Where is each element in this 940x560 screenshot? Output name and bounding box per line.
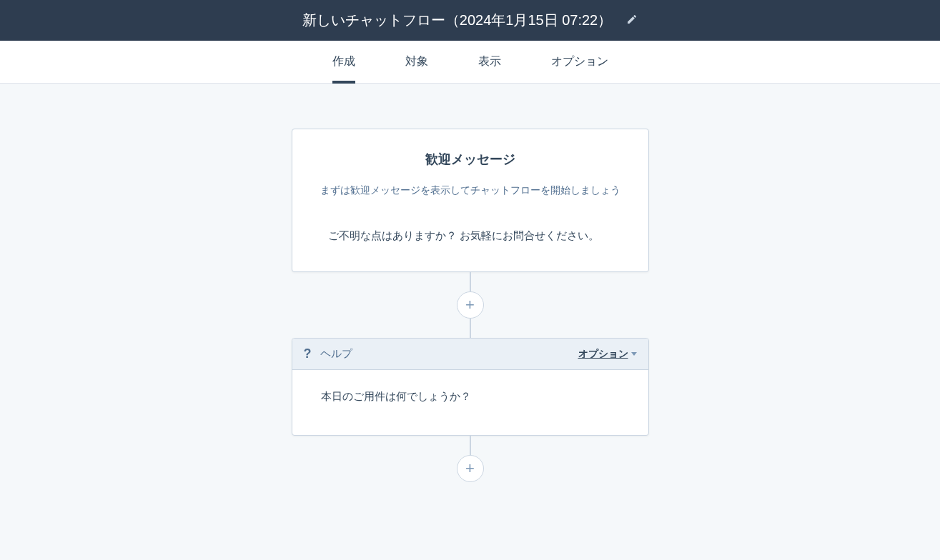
edit-title-button[interactable] (626, 14, 638, 28)
help-card-body: 本日のご用件は何でしょうか？ (292, 370, 648, 435)
app-header: 新しいチャットフロー（2024年1月15日 07:22） (0, 0, 940, 41)
tab-options[interactable]: オプション (551, 41, 608, 84)
chevron-down-icon (631, 352, 637, 356)
welcome-card-subtitle: まずは歓迎メッセージを表示してチャットフローを開始しましょう (314, 181, 627, 200)
help-options-dropdown[interactable]: オプション (578, 348, 637, 361)
welcome-message-card[interactable]: 歓迎メッセージ まずは歓迎メッセージを表示してチャットフローを開始しましょう ご… (292, 129, 649, 272)
help-card-header: ? ヘルプ オプション (292, 339, 648, 370)
tab-create[interactable]: 作成 (332, 41, 355, 84)
flow-canvas: 歓迎メッセージ まずは歓迎メッセージを表示してチャットフローを開始しましょう ご… (0, 84, 940, 560)
help-card[interactable]: ? ヘルプ オプション 本日のご用件は何でしょうか？ (292, 338, 649, 436)
plus-icon: + (465, 297, 475, 313)
flow-connector (470, 272, 471, 291)
pencil-icon (626, 14, 638, 25)
page-title: 新しいチャットフロー（2024年1月15日 07:22） (302, 11, 612, 30)
add-step-button[interactable]: + (457, 291, 484, 319)
add-step-button[interactable]: + (457, 455, 484, 482)
flow-connector (470, 319, 471, 338)
question-icon: ? (304, 346, 312, 361)
flow-connector (470, 436, 471, 455)
welcome-card-title: 歓迎メッセージ (314, 151, 627, 168)
help-card-label: ヘルプ (320, 347, 570, 361)
tab-nav: 作成 対象 表示 オプション (0, 41, 940, 84)
plus-icon: + (465, 461, 475, 476)
help-options-label: オプション (578, 348, 628, 361)
tab-display[interactable]: 表示 (478, 41, 501, 84)
welcome-card-body: ご不明な点はありますか？ お気軽にお問合せください。 (314, 226, 627, 246)
tab-target[interactable]: 対象 (405, 41, 428, 84)
